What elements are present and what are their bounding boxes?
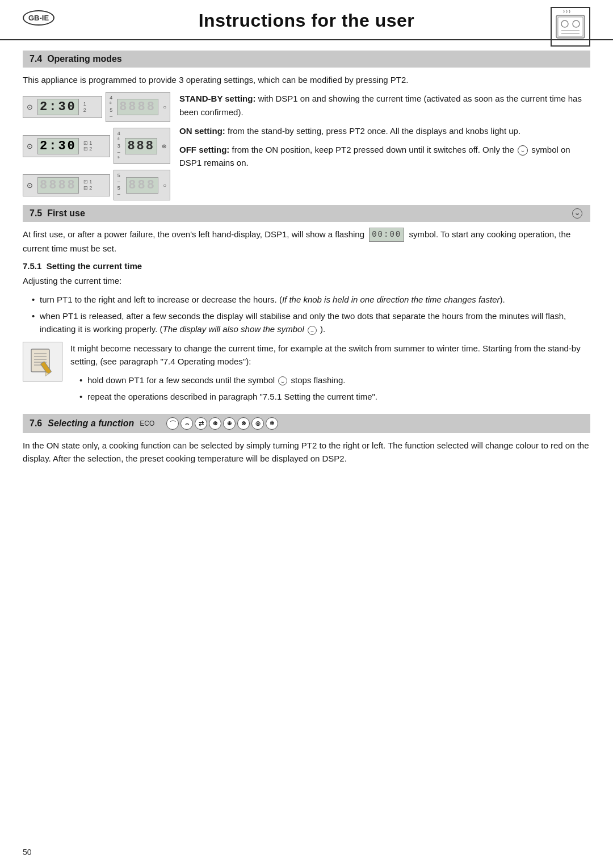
dsp1-off-side: ⊡ 1 ⊟ 2 xyxy=(83,179,93,191)
note-row: It might become necessary to change the … xyxy=(23,342,590,408)
display-row-2: ⊙ 2:30 ⊡ 1 ⊟ 2 4 ⁸ 3 –⁹ 888 ⊗ xyxy=(23,128,170,164)
func-icon-3: ⇄ xyxy=(195,417,207,430)
section-76-text: In the ON state only, a cooking function… xyxy=(23,439,590,466)
dsp2-standby-dot: ○ xyxy=(163,104,166,110)
dsp2-standby-digits: 8888 xyxy=(117,99,158,115)
func-icon-5: ⊕ xyxy=(223,417,236,430)
dsp1-off: ⊙ 8888 ⊡ 1 ⊟ 2 xyxy=(23,174,110,196)
dsp2-on-digits: 888 xyxy=(125,138,157,154)
section-76-title: Selecting a function xyxy=(48,418,134,429)
section-76-header: 7.6 Selecting a function ECO ⌒ ⌢ ⇄ ⊛ ⊕ ⊗… xyxy=(23,414,590,433)
header-icon xyxy=(551,7,590,47)
note-bullet-list: hold down PT1 for a few seconds until th… xyxy=(79,374,590,404)
display-row-1: ⊙ 2:30 1 2 4 ⁸ 5 – 8888 ○ xyxy=(23,92,170,122)
section-75-header: 7.5 First use xyxy=(23,205,590,222)
note-icon xyxy=(23,342,62,381)
on-text: from the stand-by setting, press PT2 onc… xyxy=(228,126,520,136)
off-description: OFF setting: from the ON position, keep … xyxy=(179,143,590,170)
displays-descriptions-row: ⊙ 2:30 1 2 4 ⁸ 5 – 8888 ○ xyxy=(23,92,590,200)
standby-circle-icon: ⊙ xyxy=(27,103,33,111)
section-74-intro: This appliance is programmed to provide … xyxy=(23,73,590,86)
func-icon-7: ◎ xyxy=(251,417,264,430)
page-wrapper: GB-IE Instructions for the user 7.4 Oper… xyxy=(0,0,613,868)
section-74-title: 7.4 Operating modes xyxy=(30,54,122,64)
flashing-display: 00:00 xyxy=(369,228,404,242)
bullet-2: when PT1 is released, after a few second… xyxy=(32,309,590,336)
main-content: 7.4 Operating modes This appliance is pr… xyxy=(0,40,613,488)
dsp2-on-icon: ⊗ xyxy=(162,143,166,149)
dsp1-side-labels: 1 2 xyxy=(83,101,86,114)
standby-description: STAND-BY setting: with DSP1 on and showi… xyxy=(179,92,590,119)
section-75-intro: At first use, or after a power failure, … xyxy=(23,228,590,255)
dsp1-off-digits: 8888 xyxy=(37,177,79,194)
dsp1-standby: ⊙ 2:30 1 2 xyxy=(23,96,102,118)
smiley-75-header xyxy=(572,208,582,219)
note-bullet-2: repeat the operations described in parag… xyxy=(79,390,590,403)
dsp2-on-side-left: 4 ⁸ 3 –⁹ xyxy=(117,131,121,161)
note-text: It might become necessary to change the … xyxy=(70,342,590,408)
subsection-751-heading: 7.5.1 Setting the current time xyxy=(23,261,590,271)
note-bullet-1: hold down PT1 for a few seconds until th… xyxy=(79,374,590,387)
section-74-header: 7.4 Operating modes xyxy=(23,51,590,68)
page-header: GB-IE Instructions for the user xyxy=(0,0,613,40)
off-label: OFF setting: xyxy=(179,145,229,154)
dsp1-standby-digits: 2:30 xyxy=(37,99,79,115)
func-icon-4: ⊛ xyxy=(209,417,221,430)
func-icon-1: ⌒ xyxy=(166,417,179,430)
func-icon-2: ⌢ xyxy=(180,417,193,430)
dsp2-on: 4 ⁸ 3 –⁹ 888 ⊗ xyxy=(114,128,170,164)
dsp1-on-side: ⊡ 1 ⊟ 2 xyxy=(83,140,93,153)
on-description: ON setting: from the stand-by setting, p… xyxy=(179,124,590,137)
dsp1-on: ⊙ 2:30 ⊡ 1 ⊟ 2 xyxy=(23,135,110,157)
func-icon-8: ✻ xyxy=(266,417,278,430)
dsp2-off-side-left: 5 – 5 – xyxy=(117,173,122,197)
standby-label: STAND-BY setting: xyxy=(179,94,255,103)
section-75-title: 7.5 First use xyxy=(30,208,85,219)
section-76-number: 7.6 xyxy=(30,418,42,429)
smiley-bullet2 xyxy=(308,326,317,335)
note-paragraph: It might become necessary to change the … xyxy=(70,342,590,368)
dsp2-off: 5 – 5 – 888 ○ xyxy=(114,170,170,200)
display-row-3: ⊙ 8888 ⊡ 1 ⊟ 2 5 – 5 – 888 ○ xyxy=(23,170,170,200)
page-title: Instructions for the user xyxy=(199,10,415,31)
adjusting-text: Adjusting the current time: xyxy=(23,274,590,287)
bullet-list-751: turn PT1 to the right and left to increa… xyxy=(32,293,590,336)
page-number: 50 xyxy=(23,848,32,857)
eco-label: ECO xyxy=(140,420,154,427)
bullet1-italic: If the knob is held in one direction the… xyxy=(282,295,500,304)
smiley-symbol-off xyxy=(518,145,528,156)
bullet2-italic: The display will also show the symbol xyxy=(162,324,304,334)
descriptions-column: STAND-BY setting: with DSP1 on and showi… xyxy=(179,92,590,175)
smiley-note-bullet1 xyxy=(278,376,287,385)
off-circle-icon: ⊙ xyxy=(27,181,33,190)
function-icons: ⌒ ⌢ ⇄ ⊛ ⊕ ⊗ ◎ ✻ xyxy=(166,417,278,430)
bullet-1: turn PT1 to the right and left to increa… xyxy=(32,293,590,306)
func-icon-6: ⊗ xyxy=(237,417,250,430)
dsp2-off-dot: ○ xyxy=(163,182,166,188)
on-circle-icon: ⊙ xyxy=(27,142,33,150)
dsp2-standby: 4 ⁸ 5 – 8888 ○ xyxy=(106,92,170,122)
region-badge: GB-IE xyxy=(23,10,54,26)
dsp2-off-digits: 888 xyxy=(126,177,158,194)
dsp2-side-labels-left: 4 ⁸ 5 – xyxy=(110,95,112,119)
on-label: ON setting: xyxy=(179,126,225,136)
display-images-column: ⊙ 2:30 1 2 4 ⁸ 5 – 8888 ○ xyxy=(23,92,170,200)
dsp1-on-digits: 2:30 xyxy=(37,138,79,154)
off-text: from the ON position, keep PT2 pressed d… xyxy=(232,145,514,154)
